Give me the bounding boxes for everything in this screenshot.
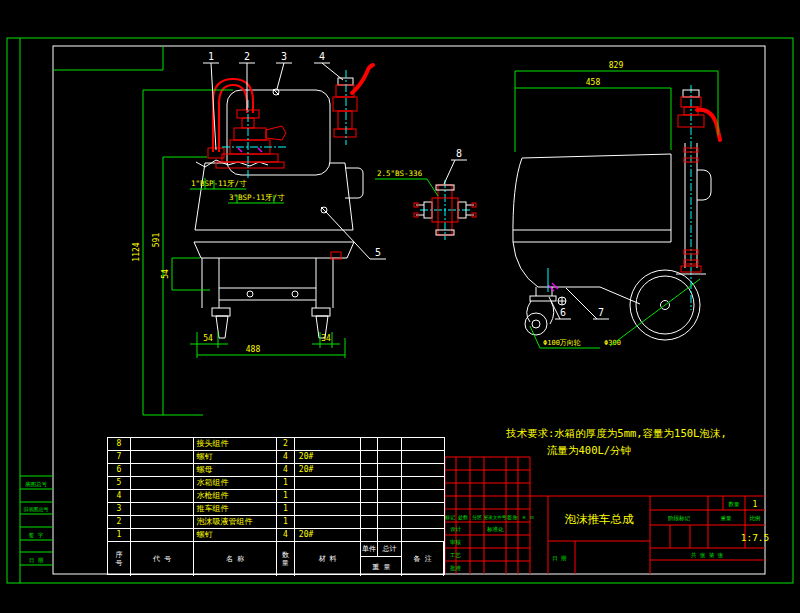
bom-seq: 8	[108, 438, 131, 451]
bom-code	[131, 477, 195, 490]
bom-qty: 1	[277, 516, 295, 529]
drawing-title: 泡沫推车总成	[565, 512, 635, 526]
bom-code	[131, 451, 195, 464]
front-callouts: 1 2 3 4 5	[203, 51, 386, 259]
bom-material: 20#	[295, 529, 362, 542]
bom-seq: 5	[108, 477, 131, 490]
bom-qty: 4	[277, 464, 295, 477]
bom-row: 3 推车组件 1	[108, 503, 444, 516]
bom-name: 螺母	[194, 464, 277, 477]
front-dimensions: 1124 591 54 54 34 488 1"BSP-11牙/寸 3"BSP-…	[132, 90, 345, 415]
bom-material	[295, 490, 362, 503]
bom-header-unit-weight: 单件	[361, 542, 378, 557]
bom-name: 泡沫吸液管组件	[194, 516, 277, 529]
bom-unit-weight	[361, 490, 378, 503]
bom-name: 水枪组件	[194, 490, 277, 503]
bom-material: 20#	[295, 464, 362, 477]
bom-remark	[402, 477, 444, 490]
bom-name: 螺钉	[194, 529, 277, 542]
bom-header-code: 代 号	[131, 542, 195, 576]
dim-foot-right: 34	[321, 334, 331, 343]
dim-base-total: 488	[246, 345, 261, 354]
dim-leg-height: 54	[161, 269, 170, 279]
rev-header-zone: 分区	[472, 514, 482, 520]
callout-8: 8	[456, 148, 462, 159]
cad-drawing-canvas: 底图总号 旧底图总号 签 字 日 期	[0, 0, 800, 613]
bom-seq: 4	[108, 490, 131, 503]
margin-table: 底图总号 旧底图总号 签 字 日 期	[20, 476, 53, 565]
bom-row: 7 螺钉 4 20#	[108, 451, 444, 464]
bom-material	[295, 438, 362, 451]
bom-qty: 4	[277, 529, 295, 542]
dim-tank-height: 591	[152, 233, 161, 248]
callout-6: 6	[560, 307, 566, 318]
callout-3: 3	[281, 51, 287, 62]
bom-header-name: 名 称	[194, 542, 276, 576]
bom-row: 2 泡沫吸液管组件 1	[108, 516, 444, 529]
bom-code	[131, 490, 195, 503]
bom-qty: 1	[277, 477, 295, 490]
bom-header-remark: 备 注	[402, 542, 444, 576]
bom-total-weight	[378, 490, 402, 503]
tech-note-line2: 流量为400L/分钟	[547, 444, 631, 456]
bom-total-weight	[378, 464, 402, 477]
rev-header-count: 处数	[458, 514, 468, 521]
bom-material	[295, 503, 362, 516]
bom-unit-weight	[361, 464, 378, 477]
qty-label: 数量	[729, 501, 741, 507]
bom-header-weight-group: 单件 总计 重 量	[361, 542, 402, 576]
bom-total-weight	[378, 477, 402, 490]
bom-row: 6 螺母 4 20#	[108, 464, 444, 477]
rev-header-date: 年、月、日	[514, 515, 534, 520]
bom-header-material: 材 料	[295, 542, 362, 576]
bom-material: 20#	[295, 451, 362, 464]
bom-qty: 1	[277, 490, 295, 503]
dim-total-height: 1124	[132, 242, 141, 261]
margin-label: 旧底图总号	[24, 506, 49, 513]
bom-code	[131, 529, 195, 542]
bom-name: 螺钉	[194, 451, 277, 464]
bom-seq: 1	[108, 529, 131, 542]
callout-7: 7	[598, 307, 604, 318]
tech-note: 技术要求:水箱的厚度为5mm,容量为150L泡沫, 流量为400L/分钟	[506, 427, 727, 456]
caster-label: Φ100万向轮	[543, 339, 581, 347]
bom-header-row: 序号 代 号 名 称 数量 材 料 单件 总计 重 量 备 注	[108, 542, 444, 576]
bom-unit-weight	[361, 451, 378, 464]
coupling-section: 8 2.5"BS-336	[375, 148, 476, 240]
bom-qty: 1	[277, 503, 295, 516]
std-label: 标准化	[486, 526, 504, 533]
bom-remark	[402, 529, 444, 542]
bom-row: 1 螺钉 4 20#	[108, 529, 444, 542]
bom-seq: 6	[108, 464, 131, 477]
sign-row-design: 设计	[450, 526, 462, 532]
bom-unit-weight	[361, 529, 378, 542]
bom-unit-weight	[361, 516, 378, 529]
bom-remark	[402, 451, 444, 464]
bom-code	[131, 503, 195, 516]
bom-total-weight	[378, 516, 402, 529]
scale-label: 比例	[750, 515, 761, 522]
scale-value: 1:7.5	[741, 532, 770, 543]
stage-label: 阶段标记	[668, 515, 691, 522]
title-block: 标记 处数 分区 更改文件号 签名 年、月、日 设计 审核 工艺 批准 标准化 …	[444, 457, 769, 574]
bom-header-weight: 重 量	[361, 557, 401, 576]
bom-header-qty: 数量	[277, 542, 295, 576]
bom-row: 5 水箱组件 1	[108, 477, 444, 490]
bom-name: 接头组件	[194, 438, 277, 451]
bom-row: 8 接头组件 2	[108, 438, 444, 451]
bom-remark	[402, 490, 444, 503]
bom-seq: 3	[108, 503, 131, 516]
front-valve-assembly	[208, 60, 378, 178]
bom-seq: 2	[108, 516, 131, 529]
bom-unit-weight	[361, 477, 378, 490]
thread-label-small: 1"BSP-11牙/寸	[191, 179, 247, 188]
side-view	[513, 85, 724, 340]
date-label: 日 期	[552, 555, 567, 562]
callout-2: 2	[244, 51, 250, 62]
bom-remark	[402, 464, 444, 477]
bom-total-weight	[378, 529, 402, 542]
bom-qty: 4	[277, 451, 295, 464]
bom-code	[131, 438, 195, 451]
callout-4: 4	[319, 51, 325, 62]
sheet-label: 共 张 第 张	[690, 552, 723, 559]
